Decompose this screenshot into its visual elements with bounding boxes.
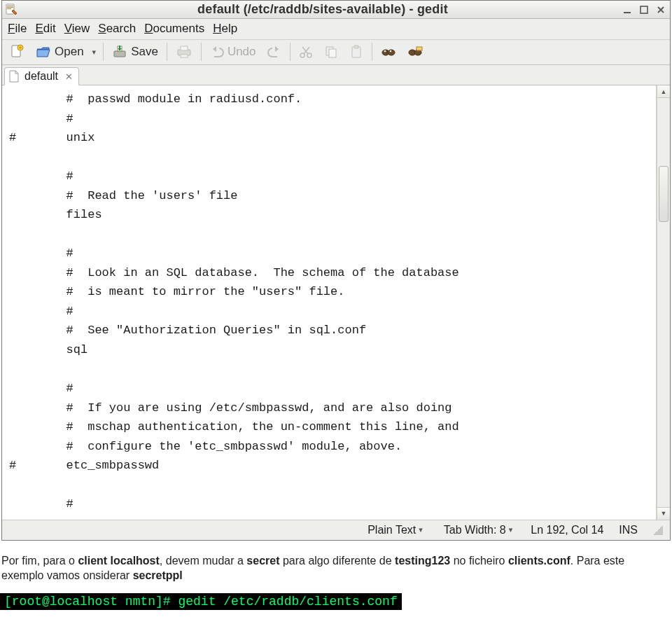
doc-text: , devem mudar a — [160, 555, 247, 567]
open-dropdown[interactable]: ▾ — [92, 48, 98, 57]
menu-edit[interactable]: Edit — [35, 22, 55, 36]
svg-rect-2 — [7, 7, 13, 8]
copy-button[interactable] — [321, 43, 341, 60]
undo-button-label: Undo — [227, 45, 256, 59]
separator — [103, 43, 104, 61]
toolbar: Open ▾ Save Undo — [2, 40, 670, 65]
insert-mode: INS — [619, 524, 638, 536]
separator — [372, 43, 372, 61]
svg-rect-17 — [329, 49, 336, 57]
tab-bar: default ✕ — [2, 65, 670, 85]
scrollbar-thumb[interactable] — [659, 166, 668, 222]
vertical-scrollbar[interactable]: ▲ ▼ — [657, 85, 670, 520]
separator — [167, 43, 167, 61]
svg-rect-1 — [7, 6, 13, 6]
menu-view[interactable]: View — [64, 22, 90, 36]
scroll-down-arrow[interactable]: ▼ — [657, 508, 670, 520]
tab-default[interactable]: default ✕ — [4, 67, 79, 85]
app-icon — [5, 4, 18, 16]
svg-rect-19 — [354, 46, 358, 48]
paste-button[interactable] — [346, 43, 366, 60]
save-button-label: Save — [131, 45, 158, 59]
doc-text: Por fim, para o — [1, 555, 78, 567]
menu-search[interactable]: Search — [98, 22, 136, 36]
text-editor[interactable]: # passwd module in radiusd.conf. # # uni… — [2, 85, 657, 520]
tab-width-selector[interactable]: Tab Width: 8▾ — [441, 523, 515, 537]
syntax-label: Plain Text — [368, 524, 416, 536]
editor-content[interactable]: # passwd module in radiusd.conf. # # uni… — [9, 90, 653, 514]
save-button[interactable]: Save — [109, 43, 161, 61]
doc-bold: testing123 — [395, 555, 450, 567]
svg-rect-9 — [114, 51, 125, 57]
close-tab-button[interactable]: ✕ — [62, 71, 73, 82]
print-button[interactable] — [173, 43, 195, 61]
new-document-button[interactable] — [6, 43, 27, 61]
open-button[interactable]: Open — [33, 43, 87, 61]
open-button-label: Open — [55, 45, 84, 59]
scroll-up-arrow[interactable]: ▲ — [657, 85, 670, 97]
doc-bold: clients.conf — [508, 555, 570, 567]
svg-point-23 — [389, 50, 391, 53]
maximize-button[interactable] — [638, 4, 650, 16]
document-paragraph: Por fim, para o client localhost, devem … — [0, 541, 672, 588]
separator — [201, 43, 202, 61]
terminal-command: [root@localhost nmtn]# gedit /etc/raddb/… — [0, 593, 402, 610]
find-replace-button[interactable] — [405, 43, 426, 61]
menu-file[interactable]: File — [8, 22, 27, 36]
doc-bold: secret — [246, 555, 279, 567]
minimize-button[interactable] — [621, 4, 634, 16]
doc-text: para algo diferente de — [280, 555, 396, 567]
find-button[interactable] — [378, 43, 399, 61]
menu-documents[interactable]: Documents — [144, 22, 204, 36]
syntax-selector[interactable]: Plain Text▾ — [365, 523, 426, 537]
svg-point-22 — [384, 50, 386, 53]
tab-width-label: Tab Width: 8 — [444, 524, 506, 536]
cursor-position: Ln 192, Col 14 — [531, 524, 603, 536]
menu-help[interactable]: Help — [213, 22, 237, 36]
doc-bold: client localhost — [78, 555, 159, 567]
menu-bar: File Edit View Search Documents Help — [2, 19, 670, 40]
resize-grip[interactable] — [653, 525, 663, 535]
svg-rect-12 — [181, 46, 188, 50]
status-bar: Plain Text▾ Tab Width: 8▾ Ln 192, Col 14… — [2, 520, 670, 540]
window-title: default (/etc/raddb/sites-available) - g… — [24, 2, 621, 17]
gedit-window: default (/etc/raddb/sites-available) - g… — [1, 0, 671, 541]
tab-label: default — [24, 70, 58, 83]
undo-button[interactable]: Undo — [207, 43, 259, 60]
editor-area: # passwd module in radiusd.conf. # # uni… — [2, 85, 670, 520]
svg-rect-6 — [640, 6, 648, 13]
title-bar: default (/etc/raddb/sites-available) - g… — [2, 1, 670, 19]
doc-bold: secretppl — [133, 569, 183, 581]
close-button[interactable] — [654, 4, 667, 16]
cut-button[interactable] — [296, 43, 316, 60]
svg-rect-26 — [416, 47, 422, 50]
doc-text: no ficheiro — [450, 555, 508, 567]
separator — [290, 43, 290, 61]
svg-rect-13 — [181, 55, 188, 57]
svg-rect-3 — [7, 8, 11, 9]
redo-button[interactable] — [265, 43, 284, 60]
svg-rect-5 — [624, 12, 631, 13]
file-icon — [9, 70, 20, 83]
